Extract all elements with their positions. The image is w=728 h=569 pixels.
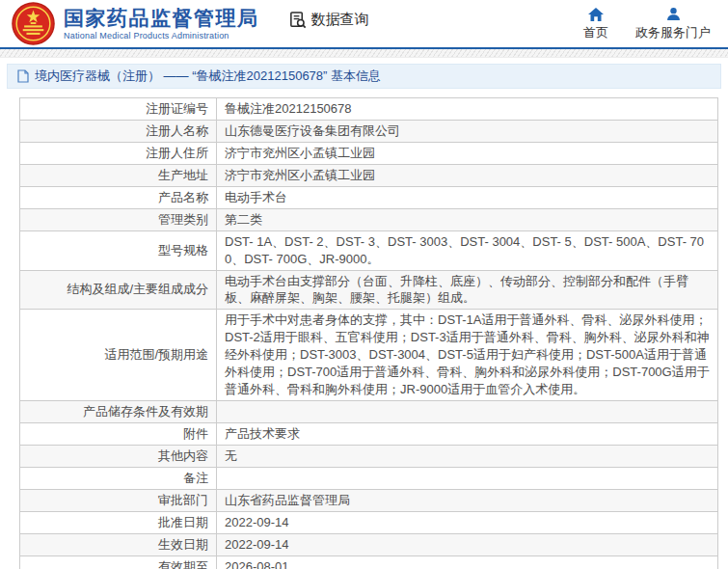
table-row: 适用范围/预期用途用于手术中对患者身体的支撑，其中：DST-1A适用于普通外科、…	[20, 310, 718, 401]
table-row: 审批部门山东省药品监督管理局	[20, 489, 718, 511]
home-icon	[588, 6, 604, 21]
row-value	[217, 467, 718, 489]
table-row: 其他内容无	[20, 445, 718, 467]
row-label: 备注	[20, 467, 217, 489]
top-nav: 首页 政务服务门户	[583, 6, 718, 41]
table-row: 备注	[20, 467, 718, 489]
table-row: 注册人住所济宁市兖州区小孟镇工业园	[20, 142, 718, 164]
table-row: 生效日期2022-09-14	[20, 533, 718, 555]
breadcrumb: 境内医疗器械（注册） —— “鲁械注准20212150678” 基本信息	[7, 64, 721, 89]
row-value: 2026-08-01	[217, 555, 718, 569]
row-label: 附件	[20, 423, 217, 446]
agency-name-en: National Medical Products Administration	[64, 32, 259, 41]
row-label: 生产地址	[20, 164, 217, 186]
table-row: 产品名称电动手术台	[20, 186, 718, 208]
row-value	[217, 401, 718, 423]
row-label: 产品名称	[20, 186, 217, 208]
national-emblem-icon	[12, 2, 55, 45]
row-label: 注册人名称	[20, 120, 217, 142]
table-row: 产品储存条件及有效期	[20, 401, 718, 423]
nav-portal-label: 政务服务门户	[635, 24, 711, 41]
nav-home[interactable]: 首页	[583, 6, 608, 41]
row-label: 生效日期	[20, 533, 217, 555]
row-value: 产品技术要求	[217, 423, 718, 446]
data-query-button[interactable]: 数据查询	[288, 11, 369, 29]
header-hatch-divider	[0, 49, 728, 58]
row-label: 适用范围/预期用途	[20, 310, 217, 401]
agency-name-cn: 国家药品监督管理局	[64, 7, 259, 29]
row-label: 管理类别	[20, 208, 217, 230]
table-row: 生产地址济宁市兖州区小孟镇工业园	[20, 164, 718, 186]
row-value: 鲁械注准20212150678	[217, 98, 718, 121]
row-label: 型号规格	[20, 230, 217, 270]
page-icon	[17, 69, 29, 83]
nav-portal[interactable]: 政务服务门户	[635, 6, 711, 41]
row-label: 其他内容	[20, 445, 217, 467]
table-row: 型号规格DST- 1A、DST- 2、DST- 3、DST- 3003、DST-…	[20, 230, 718, 270]
row-label: 有效期至	[20, 555, 217, 569]
row-value: 用于手术中对患者身体的支撑，其中：DST-1A适用于普通外科、骨科、泌尿外科使用…	[217, 310, 718, 401]
row-label: 审批部门	[20, 489, 217, 511]
row-value: 电动手术台	[217, 186, 718, 208]
row-value: 电动手术台由支撑部分（台面、升降柱、底座）、传动部分、控制部分和配件（手臂板、麻…	[217, 270, 718, 310]
table-row: 有效期至2026-08-01	[20, 555, 718, 569]
table-row: 结构及组成/主要组成成分电动手术台由支撑部分（台面、升降柱、底座）、传动部分、控…	[20, 270, 718, 310]
row-label: 注册人住所	[20, 142, 217, 164]
table-row: 批准日期2022-09-14	[20, 511, 718, 533]
row-value: 第二类	[217, 208, 718, 230]
row-value: 山东省药品监督管理局	[217, 489, 718, 511]
nav-home-label: 首页	[583, 24, 608, 41]
row-value: 2022-09-14	[217, 511, 718, 533]
row-label: 产品储存条件及有效期	[20, 401, 217, 423]
data-query-label: 数据查询	[311, 11, 369, 29]
row-label: 批准日期	[20, 511, 217, 533]
breadcrumb-text: 境内医疗器械（注册） —— “鲁械注准20212150678” 基本信息	[35, 68, 381, 85]
table-row: 管理类别第二类	[20, 208, 718, 230]
document-search-icon	[288, 11, 307, 29]
row-label: 注册证编号	[20, 98, 217, 121]
table-row: 注册人名称山东德曼医疗设备集团有限公司	[20, 120, 718, 142]
row-value: 2022-09-14	[217, 533, 718, 555]
table-row: 附件产品技术要求	[20, 423, 718, 446]
row-value: 山东德曼医疗设备集团有限公司	[217, 120, 718, 142]
row-value: DST- 1A、DST- 2、DST- 3、DST- 3003、DST- 300…	[217, 230, 718, 270]
site-header: 国家药品监督管理局 National Medical Products Admi…	[0, 0, 728, 49]
table-row: 注册证编号鲁械注准20212150678	[20, 98, 718, 121]
row-label: 结构及组成/主要组成成分	[20, 270, 217, 310]
row-value: 济宁市兖州区小孟镇工业园	[217, 164, 718, 186]
registration-info-table: 注册证编号鲁械注准20212150678注册人名称山东德曼医疗设备集团有限公司注…	[19, 97, 718, 569]
row-value: 济宁市兖州区小孟镇工业园	[217, 142, 718, 164]
user-icon	[666, 6, 681, 21]
agency-logo: 国家药品监督管理局 National Medical Products Admi…	[12, 2, 259, 45]
row-value: 无	[217, 445, 718, 467]
